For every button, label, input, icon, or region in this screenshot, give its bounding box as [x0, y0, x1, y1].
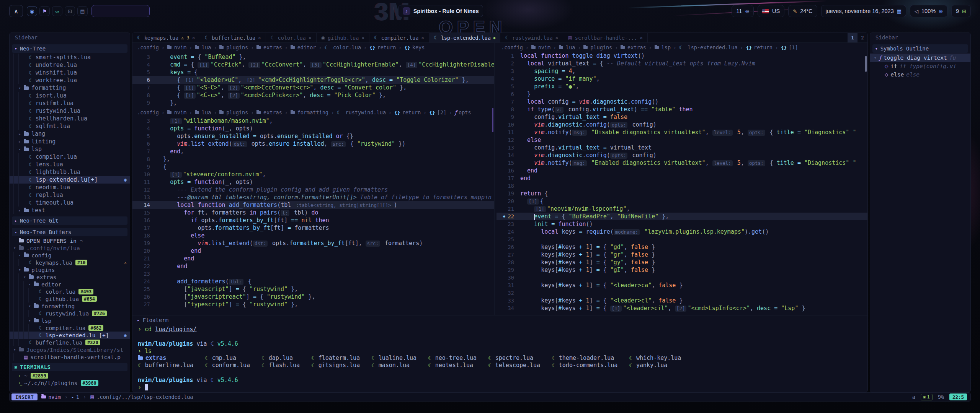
breadcrumb-item[interactable]: lua — [559, 44, 575, 50]
tree-item[interactable]: ☾neodim.lua — [10, 184, 130, 191]
code-line[interactable]: 27 keys[#keys + 1] = { "gr", false } — [497, 251, 867, 259]
tree-item[interactable]: ▸linting — [10, 138, 130, 145]
close-tab-button[interactable]: × — [421, 35, 424, 41]
outline-item[interactable]: ▾ƒtoggle_diag_virtextfu — [870, 54, 970, 62]
code-line[interactable]: 32 — [497, 289, 867, 297]
tree-item[interactable]: ☾color.lua#493 — [10, 288, 130, 295]
tree-item[interactable]: ▾Juegos/Indies/SteamLibrary/st — [10, 346, 130, 353]
breadcrumb-item[interactable]: formatting — [291, 109, 328, 115]
editor-tab[interactable]: ◉github.lua× — [317, 33, 370, 42]
workspace-icon[interactable]: ▤ — [77, 6, 88, 16]
symbols-outline-header[interactable]: ▾Symbols Outline — [872, 44, 968, 53]
code-line[interactable]: 4 opts = function(_, opts) — [132, 125, 494, 132]
tree-item[interactable]: ▾editor — [10, 281, 130, 288]
code-line[interactable]: 21 [1]"neovim/nvim-lspconfig", — [497, 205, 867, 213]
code-line[interactable]: 14 local function add_formatters(tbl :ta… — [132, 201, 494, 209]
workspace-icon[interactable]: ⚑ — [39, 6, 50, 16]
code-line[interactable]: 17end — [497, 174, 867, 182]
code-line[interactable]: 19return { — [497, 190, 867, 197]
volume-chip[interactable]: ◁100%⊕ — [910, 5, 947, 17]
updates-chip[interactable]: 11⊕ — [732, 5, 754, 17]
breadcrumb-item[interactable]: extras — [256, 44, 282, 50]
code-line[interactable]: 13 ---@param tbl table<string, conform.F… — [132, 193, 494, 201]
code-line[interactable]: 10 [1]"stevearc/conform.nvim", — [132, 171, 494, 178]
file-path-segment[interactable]: ▤.config/../lsp/lsp-extended.lua — [90, 394, 193, 400]
outline-item[interactable]: ◇ifif type(config.vi — [870, 62, 970, 70]
date-chip[interactable]: jueves, noviembre 16, 2023▦ — [821, 5, 906, 17]
tree-item[interactable]: ▾formatting — [10, 84, 130, 92]
code-line[interactable]: 24 add_formatters(tbl: { — [132, 278, 494, 285]
scrollbar-thumb[interactable] — [492, 108, 493, 132]
breadcrumb-item[interactable]: nvim — [531, 44, 551, 50]
tree-item[interactable]: ▾formatting — [10, 302, 130, 310]
tray-chip[interactable]: 9⊞ — [951, 5, 971, 17]
editor-rustywind-lua[interactable]: 3 [1]"williamboman/mason.nvim",4 opts = … — [132, 117, 494, 315]
code-line[interactable]: 15 vim.notify(msg: "Enabled diagnostics … — [497, 159, 867, 167]
code-line[interactable]: 11 opts = function(_, opts) — [132, 178, 494, 186]
tree-item[interactable]: ▾lsp — [10, 317, 130, 324]
editor-tab[interactable]: ☾compiler.lua× — [369, 33, 429, 42]
code-line[interactable]: 25 ["javascript"] = { "rustywind" }, — [132, 285, 494, 293]
close-tab-button[interactable]: × — [309, 35, 312, 41]
breadcrumb-item[interactable]: ☾color.lua — [324, 44, 361, 50]
tree-item[interactable]: ▸lang — [10, 130, 130, 138]
code-line[interactable]: 23 — [132, 270, 494, 278]
editor-tab[interactable]: ☾keymaps.lua⚠ 3× — [132, 33, 200, 42]
tree-item[interactable]: ☾isort.lua — [10, 92, 130, 99]
tree-item[interactable]: ▾extras — [10, 273, 130, 281]
code-line[interactable]: 5 keys = { — [132, 68, 494, 76]
code-line[interactable]: 16 if opts.formatters_by_ft[ft] == nil t… — [132, 216, 494, 224]
tree-item[interactable]: OPEN BUFFERS in ~ — [10, 237, 130, 244]
code-line[interactable]: 14 vim.diagnostic.config(opts: config) — [497, 151, 867, 159]
tree-item[interactable]: ☾winshift.lua — [10, 69, 130, 76]
breadcrumb-item[interactable]: lsp — [655, 44, 671, 50]
tree-item[interactable]: ☾github.lua#654 — [10, 295, 130, 302]
editor-tab[interactable]: ☾lsp-extended.lua● — [429, 33, 500, 42]
tabpage-number[interactable]: 1 — [848, 33, 858, 42]
breadcrumb-item[interactable]: editor — [291, 44, 316, 50]
code-line[interactable]: 12 else — [497, 136, 867, 144]
editor-tab[interactable]: ☾bufferline.lua× — [200, 33, 266, 42]
code-line[interactable]: 20 [1]{ — [497, 197, 867, 205]
breadcrumb-item[interactable]: ☾lsp-extended.lua — [679, 44, 738, 50]
breadcrumb-item[interactable]: ☾rustywind.lua — [337, 109, 386, 115]
tree-item[interactable]: ▾plugins — [10, 266, 130, 273]
code-line[interactable]: 11 vim.notify(msg: "Disable diagnostics … — [497, 128, 867, 136]
code-line[interactable]: 26 ["javascriptreact"] = { "rustywind" }… — [132, 293, 494, 301]
code-line[interactable]: 18 else — [132, 232, 494, 239]
media-widget[interactable]: ♪ Spiritbox - Rule Of Nines — [398, 5, 483, 17]
code-line[interactable]: 6 } — [497, 90, 867, 98]
launcher-button[interactable]: ∧ — [9, 5, 23, 17]
breadcrumb-item[interactable]: {}[1] — [781, 44, 798, 50]
tree-item[interactable]: ☾smart-splits.lua — [10, 54, 130, 61]
breadcrumb-item[interactable]: {}[2] — [429, 109, 446, 115]
tree-item[interactable]: ›_~/.c/n/l/plugins#3980 — [10, 379, 130, 387]
editor-tab[interactable]: ☾color.lua× — [266, 33, 317, 42]
breadcrumb-item[interactable]: .config — [137, 109, 159, 115]
close-tab-button[interactable]: × — [192, 35, 195, 41]
code-line[interactable]: 15 for ft, formatters in pairs(t: tbl) d… — [132, 209, 494, 216]
harpoon-indicator[interactable]: ▸1 — [72, 394, 79, 400]
tree-item[interactable]: ☾lightbulb.lua — [10, 168, 130, 176]
code-line[interactable]: 9 { — [132, 163, 494, 171]
breadcrumb-item[interactable]: .config — [501, 44, 523, 50]
code-line[interactable]: 2 local virtual_text = { -- Default virt… — [497, 60, 867, 67]
breadcrumb-item[interactable]: plugins — [219, 109, 248, 115]
code-line[interactable]: 16 end — [497, 167, 867, 174]
tree-item[interactable]: ▾lsp — [10, 145, 130, 153]
tree-item[interactable]: ▸test — [10, 206, 130, 214]
code-line[interactable]: 7 local config = vim.diagnostic.config() — [497, 98, 867, 106]
editor-color-lua[interactable]: 3 event = { "BufRead" },4 cmd = { [1]"Cc… — [132, 52, 494, 108]
code-line[interactable]: 3 [1]"williamboman/mason.nvim", — [132, 117, 494, 125]
breadcrumb-item[interactable]: lua — [195, 44, 211, 50]
code-line[interactable]: 7 { [1]"<S-C>", [2]"<cmd>CccConvert<cr>"… — [132, 84, 494, 91]
code-line[interactable]: 28 keys[#keys + 1] = { "gy", false } — [497, 259, 867, 266]
terminals-section-header[interactable]: ▣TERMINALS — [12, 363, 127, 371]
workspace-icon[interactable]: ◉ — [27, 6, 37, 16]
code-line[interactable]: ◆22 event = { "BufReadPre", "BufNewFile"… — [497, 213, 867, 220]
code-line[interactable]: 6 { [1]"<leader>uC", [2]"<cmd>CccHighlig… — [132, 76, 494, 84]
code-line[interactable]: 19 vim.list_extend(dst: opts.formatters_… — [132, 239, 494, 247]
breadcrumb-item[interactable]: nvim — [167, 109, 187, 115]
code-line[interactable]: 18 — [497, 182, 867, 190]
tree-item[interactable]: ☾repl.lua — [10, 191, 130, 199]
